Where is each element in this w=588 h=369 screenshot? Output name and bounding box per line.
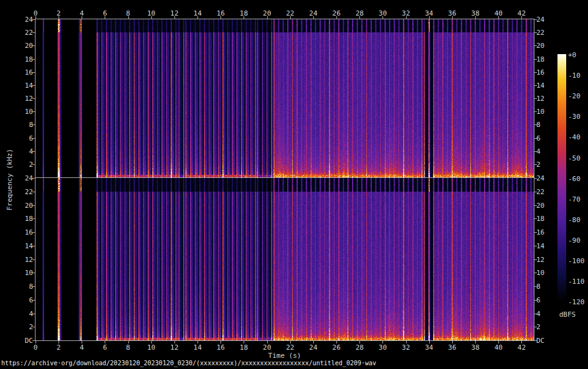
tick-mark	[336, 16, 337, 19]
tick-mark	[534, 151, 537, 152]
tick-mark	[32, 138, 35, 139]
x-tick-label-bottom: 38	[472, 344, 480, 351]
y-tick-label-right: 10	[536, 269, 544, 276]
tick-mark	[359, 16, 360, 19]
x-tick-label-bottom: 36	[448, 344, 456, 351]
tick-mark	[534, 178, 537, 179]
tick-mark	[534, 340, 537, 341]
tick-mark	[290, 16, 291, 19]
x-tick-label-bottom: 8	[126, 344, 130, 351]
colorbar-tick-label: -110	[568, 278, 585, 285]
tick-mark	[534, 72, 537, 73]
x-tick-label-bottom: 42	[518, 344, 526, 351]
tick-mark	[105, 341, 105, 343]
colorbar-unit-label: dBFS	[559, 311, 576, 319]
y-tick-label-left: 20	[25, 202, 33, 208]
y-axis-title: Frequency (kHz)	[6, 149, 14, 210]
x-tick-label-bottom: 28	[356, 344, 364, 351]
x-tick-label-top: 18	[240, 10, 248, 17]
y-tick-label-right: 16	[536, 229, 544, 236]
tick-mark	[244, 16, 244, 19]
x-tick-label-bottom: 24	[309, 344, 317, 351]
tick-mark	[32, 205, 35, 206]
y-tick-label-right: 20	[536, 42, 544, 49]
tick-mark	[151, 16, 152, 19]
x-tick-label-bottom: 6	[103, 344, 107, 351]
tick-mark	[267, 341, 268, 343]
x-tick-label-top: 0	[34, 10, 38, 17]
tick-mark	[174, 16, 175, 19]
x-tick-label-bottom: 40	[495, 344, 503, 351]
x-tick-label-top: 6	[103, 10, 107, 17]
tick-mark	[534, 314, 537, 314]
y-tick-label-right: 12	[536, 256, 544, 263]
colorbar-tick-label: -60	[568, 175, 581, 182]
x-tick-label-top: 2	[57, 10, 61, 17]
tick-mark	[59, 341, 59, 343]
tick-mark	[32, 246, 35, 246]
colorbar-tick-label: +0	[568, 52, 576, 58]
x-tick-label-top: 16	[217, 10, 225, 17]
tick-mark	[32, 314, 35, 314]
tick-mark	[521, 16, 522, 19]
tick-mark	[313, 341, 314, 343]
tick-mark	[534, 19, 537, 20]
y-tick-label-right: 18	[536, 215, 544, 222]
tick-mark	[498, 341, 499, 343]
y-tick-label-left: 14	[25, 242, 33, 249]
tick-mark	[429, 341, 430, 343]
x-tick-label-bottom: 26	[333, 344, 341, 351]
x-tick-label-bottom: 18	[240, 344, 248, 351]
tick-mark	[534, 286, 537, 287]
tick-mark	[534, 218, 537, 219]
x-tick-label-top: 40	[495, 10, 503, 17]
tick-mark	[429, 16, 430, 19]
tick-mark	[534, 32, 537, 33]
tick-mark	[174, 341, 175, 343]
y-tick-label-right: 20	[536, 202, 544, 208]
x-tick-label-top: 10	[147, 10, 155, 17]
y-tick-label-right: 24	[536, 175, 544, 182]
tick-mark	[534, 45, 537, 46]
tick-mark	[197, 341, 198, 343]
x-tick-label-top: 14	[194, 10, 202, 17]
tick-mark	[475, 16, 476, 19]
tick-mark	[244, 341, 244, 343]
x-tick-label-top: 4	[80, 10, 84, 17]
tick-mark	[59, 16, 59, 19]
tick-mark	[151, 341, 152, 343]
colorbar-tick-label: -40	[568, 134, 581, 141]
y-tick-label-left: 18	[25, 215, 33, 222]
tick-mark	[32, 111, 35, 112]
tick-mark	[534, 164, 537, 165]
plot-frame-divider	[35, 177, 534, 178]
y-tick-label-left: 24	[25, 175, 33, 182]
tick-mark	[534, 138, 537, 139]
colorbar-tick-label: -20	[568, 93, 581, 100]
y-tick-label-right: 12	[536, 95, 544, 102]
x-tick-label-top: 42	[518, 10, 526, 17]
tick-mark	[382, 16, 383, 19]
tick-mark	[82, 341, 82, 343]
tick-mark	[32, 45, 35, 46]
tick-mark	[534, 98, 537, 99]
colorbar-tick-label: -10	[568, 72, 581, 79]
x-tick-label-top: 28	[356, 10, 364, 17]
tick-mark	[475, 341, 476, 343]
x-tick-label-top: 26	[333, 10, 341, 17]
tick-mark	[220, 16, 221, 19]
tick-mark	[128, 16, 129, 19]
tick-mark	[32, 98, 35, 99]
y-tick-label-left: 10	[25, 269, 33, 276]
tick-mark	[534, 192, 537, 192]
plot-frame-left	[35, 19, 36, 341]
tick-mark	[336, 341, 337, 343]
dbfs-colorbar	[557, 54, 566, 301]
tick-mark	[534, 205, 537, 206]
tick-mark	[534, 85, 537, 86]
y-tick-label-left: DC	[25, 337, 33, 344]
tick-mark	[128, 341, 129, 343]
tick-mark	[534, 59, 537, 60]
x-axis-title: Time (s)	[268, 352, 301, 360]
tick-mark	[32, 218, 35, 219]
